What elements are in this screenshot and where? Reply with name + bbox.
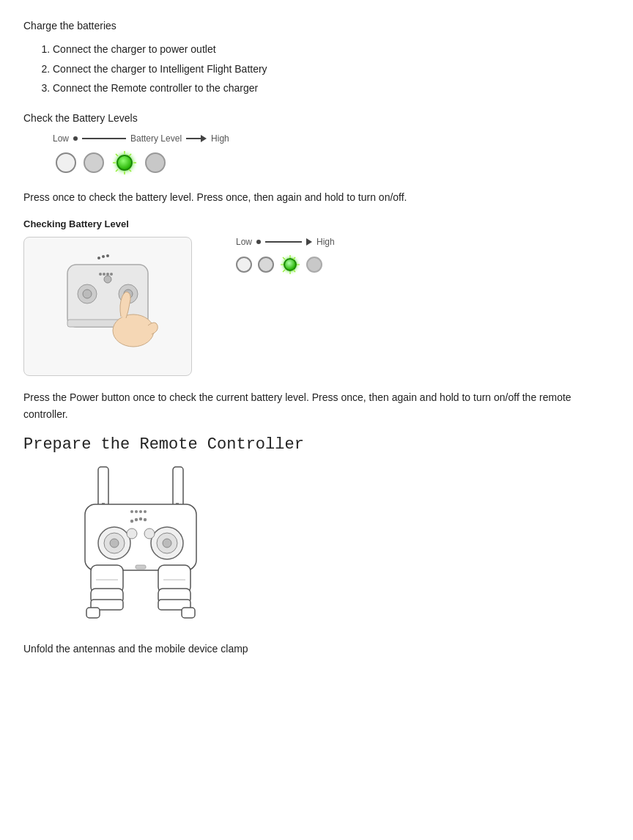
label-battery: Battery Level bbox=[130, 133, 182, 144]
led-3-glow-icon bbox=[111, 150, 138, 176]
remote-controller-svg-icon bbox=[53, 464, 229, 625]
arrow-right-icon bbox=[201, 135, 207, 142]
small-led-row bbox=[236, 254, 335, 275]
checking-battery-line bbox=[265, 241, 302, 243]
svg-point-19 bbox=[106, 273, 109, 276]
svg-point-17 bbox=[99, 273, 102, 276]
unfold-caption: Unfold the antennas and the mobile devic… bbox=[23, 641, 610, 657]
battery-side-checking: Low High bbox=[236, 237, 335, 275]
checking-label-low: Low bbox=[236, 237, 252, 247]
charge-step-1: Connect the charger to power outlet bbox=[53, 41, 610, 57]
small-led-1 bbox=[236, 257, 252, 273]
led-row bbox=[56, 150, 610, 176]
small-led-4 bbox=[306, 257, 322, 273]
checking-title: Checking Battery Level bbox=[23, 218, 610, 229]
led-3-container bbox=[111, 150, 138, 176]
controller-press-image bbox=[23, 237, 192, 376]
svg-point-18 bbox=[103, 273, 106, 276]
check-battery-section: Check the Battery Levels Low Battery Lev… bbox=[23, 110, 610, 176]
controller-svg-icon bbox=[34, 246, 181, 367]
svg-point-53 bbox=[144, 518, 147, 521]
svg-rect-31 bbox=[98, 467, 108, 507]
checking-label-high: High bbox=[316, 237, 335, 247]
battery-line-right-icon bbox=[186, 138, 201, 139]
prepare-title: Prepare the Remote Controller bbox=[23, 435, 610, 454]
svg-line-29 bbox=[283, 270, 285, 272]
led-2 bbox=[84, 152, 104, 173]
svg-line-5 bbox=[129, 154, 131, 156]
svg-line-7 bbox=[129, 169, 131, 172]
svg-point-56 bbox=[163, 539, 171, 548]
led-1 bbox=[56, 152, 76, 173]
small-led-3-container bbox=[280, 254, 300, 275]
charge-step-2: Connect the charger to Intelligent Fligh… bbox=[53, 61, 610, 77]
battery-line-icon bbox=[82, 138, 126, 139]
prepare-section: Prepare the Remote Controller bbox=[23, 435, 610, 627]
svg-point-58 bbox=[135, 510, 138, 513]
svg-point-59 bbox=[139, 510, 142, 513]
checking-arrow-right-icon bbox=[306, 238, 312, 246]
battery-label-row: Low Battery Level High bbox=[53, 133, 610, 144]
svg-line-27 bbox=[283, 257, 285, 259]
small-led-2 bbox=[258, 257, 274, 273]
svg-point-50 bbox=[130, 520, 133, 523]
svg-point-22 bbox=[113, 314, 154, 347]
check-battery-title: Check the Battery Levels bbox=[23, 110, 610, 126]
led-4 bbox=[145, 152, 166, 173]
battery-level-diagram: Low Battery Level High bbox=[53, 133, 610, 176]
label-low: Low bbox=[53, 133, 69, 144]
small-led-3-glow-icon bbox=[280, 254, 300, 275]
checking-dot-left-icon bbox=[256, 240, 261, 244]
press-power-text: Press the Power button once to check the… bbox=[23, 389, 610, 422]
remote-controller-image bbox=[53, 464, 229, 627]
label-high: High bbox=[211, 133, 229, 144]
svg-rect-54 bbox=[136, 565, 146, 569]
svg-line-30 bbox=[293, 270, 295, 272]
charge-step-3: Connect the Remote controller to the cha… bbox=[53, 80, 610, 96]
svg-rect-42 bbox=[86, 608, 100, 618]
charge-steps: Connect the charger to power outlet Conn… bbox=[53, 41, 610, 96]
svg-point-13 bbox=[83, 290, 92, 298]
press-once-text: Press once to check the battery level. P… bbox=[23, 189, 610, 205]
svg-point-49 bbox=[144, 528, 155, 539]
svg-point-20 bbox=[110, 273, 113, 276]
svg-point-57 bbox=[130, 510, 133, 513]
svg-point-8 bbox=[97, 257, 100, 259]
svg-rect-32 bbox=[173, 467, 183, 507]
svg-point-60 bbox=[144, 510, 147, 513]
svg-point-51 bbox=[135, 518, 138, 521]
svg-point-16 bbox=[104, 276, 111, 283]
battery-label-row-checking: Low High bbox=[236, 237, 335, 247]
svg-point-52 bbox=[139, 517, 142, 520]
press-once-section: Press once to check the battery level. P… bbox=[23, 189, 610, 205]
checking-body: Low High bbox=[23, 237, 610, 376]
svg-point-48 bbox=[127, 528, 137, 539]
svg-line-4 bbox=[116, 154, 118, 156]
charge-title: Charge the batteries bbox=[23, 18, 610, 34]
svg-line-6 bbox=[116, 169, 118, 172]
svg-rect-43 bbox=[182, 608, 195, 618]
svg-point-55 bbox=[110, 539, 119, 548]
press-power-section: Press the Power button once to check the… bbox=[23, 389, 610, 422]
dot-left-icon bbox=[73, 136, 78, 141]
checking-section: Checking Battery Level bbox=[23, 218, 610, 376]
charge-section: Charge the batteries Connect the charger… bbox=[23, 18, 610, 97]
unfold-text: Unfold the antennas and the mobile devic… bbox=[23, 641, 610, 657]
svg-point-9 bbox=[102, 255, 105, 258]
svg-point-10 bbox=[106, 254, 109, 257]
svg-line-28 bbox=[293, 257, 295, 259]
